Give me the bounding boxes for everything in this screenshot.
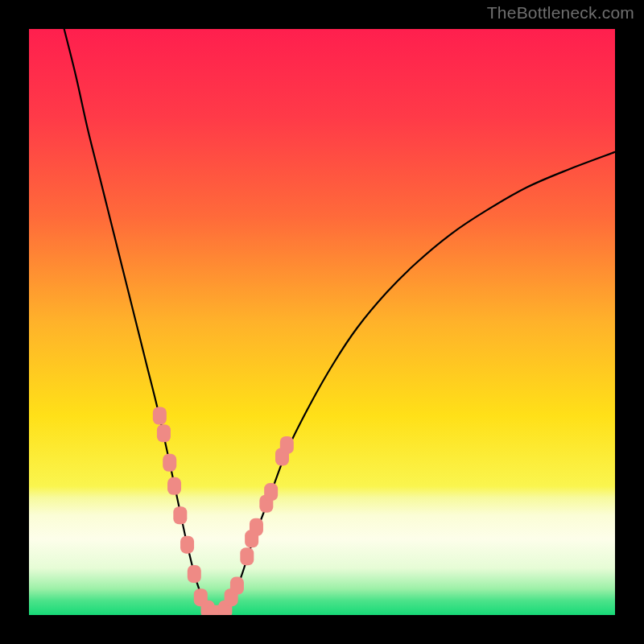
marker-dot — [173, 506, 187, 524]
marker-dot — [157, 424, 171, 442]
marker-dot — [230, 577, 244, 595]
marker-dot — [280, 436, 294, 454]
marker-dot — [250, 518, 263, 536]
marker-dot — [163, 454, 176, 472]
marker-dot — [264, 483, 278, 501]
marker-dot — [188, 565, 201, 583]
marker-dot — [180, 536, 194, 554]
chart-frame: TheBottleneck.com — [0, 0, 644, 644]
marker-dot — [240, 547, 254, 565]
curve-layer — [29, 29, 615, 615]
highlight-markers — [153, 407, 294, 615]
bottleneck-curve — [64, 29, 615, 615]
marker-dot — [153, 407, 167, 424]
watermark-text: TheBottleneck.com — [487, 3, 634, 23]
plot-area — [29, 29, 615, 615]
marker-dot — [167, 477, 181, 495]
